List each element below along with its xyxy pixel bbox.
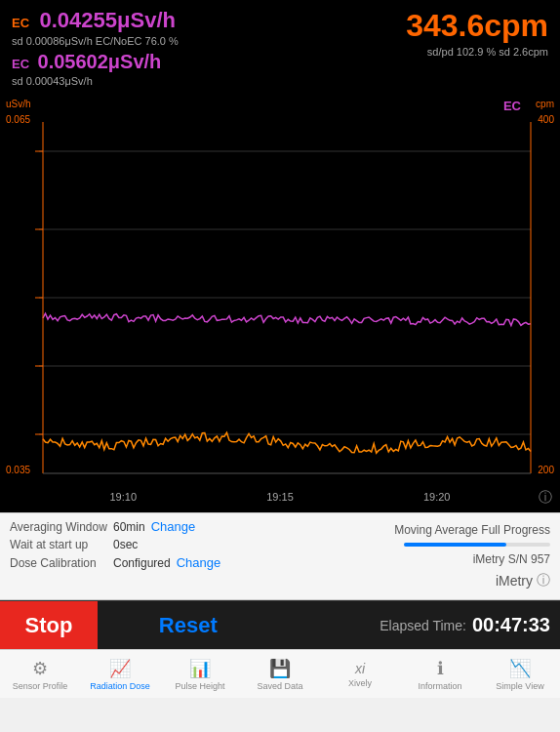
xively-icon: xi — [355, 661, 365, 676]
primary-value: 0.04255μSv/h — [40, 8, 176, 32]
time-label-3: 19:20 — [423, 491, 451, 503]
imetry-name: iMetry — [496, 573, 533, 589]
chart-canvas — [0, 93, 560, 512]
stop-button[interactable]: Stop — [0, 601, 98, 649]
avg-window-label: Averaging Window — [10, 520, 107, 534]
tab-pulse-height[interactable]: 📊 Pulse Height — [160, 650, 240, 698]
ec-label-2: EC — [12, 57, 29, 71]
header: EC 0.04255μSv/h sd 0.00086μSv/h EC/NoEC … — [0, 0, 560, 93]
tab-saved-data[interactable]: 💾 Saved Data — [240, 650, 320, 698]
status-right: Moving Average Full Progress iMetry S/N … — [285, 519, 550, 593]
chart-usvh-label: uSv/h — [6, 99, 31, 109]
secondary-value: 0.05602μSv/h — [38, 51, 162, 72]
tab-bar: ⚙ Sensor Profile 📈 Radiation Dose 📊 Puls… — [0, 649, 560, 698]
info-icon: ℹ — [437, 658, 444, 679]
time-label-2: 19:15 — [266, 491, 294, 503]
chart-area: uSv/h EC cpm 0.065 0.035 400 200 19:10 1… — [0, 93, 560, 512]
chart-cpm-label: cpm — [536, 99, 554, 109]
dose-cal-value: Configured — [113, 556, 171, 570]
simple-chart-icon: 📉 — [509, 658, 531, 679]
header-secondary-row: EC 0.05602μSv/h — [12, 51, 179, 73]
wait-value: 0sec — [113, 538, 138, 551]
wait-label: Wait at start up — [10, 538, 107, 551]
stop-label: Stop — [25, 613, 73, 638]
dose-cal-change-btn[interactable]: Change — [177, 555, 221, 570]
action-bar: Stop Reset Elapsed Time: 00:47:33 — [0, 600, 560, 649]
tab-radiation-label: Radiation Dose — [90, 681, 150, 691]
elapsed-container: Elapsed Time: 00:47:33 — [279, 614, 560, 636]
header-left: EC 0.04255μSv/h sd 0.00086μSv/h EC/NoEC … — [12, 8, 179, 87]
secondary-sub: sd 0.00043μSv/h — [12, 75, 179, 87]
chart-line-icon: 📈 — [109, 658, 131, 679]
info-icon-chart[interactable]: ⓘ — [539, 489, 552, 507]
header-primary-row: EC 0.04255μSv/h — [12, 8, 179, 33]
chart-y-top-left: 0.065 — [6, 114, 30, 125]
time-label-1: 19:10 — [110, 491, 138, 503]
status-row-3: Dose Calibration Configured Change — [10, 555, 275, 570]
tab-xively-label: Xively — [348, 678, 372, 688]
cpm-sub: sd/pd 102.9 % sd 2.6cpm — [406, 46, 548, 58]
avg-window-change-btn[interactable]: Change — [151, 519, 196, 534]
tab-info-label: Information — [418, 681, 461, 691]
info-icon-status[interactable]: ⓘ — [537, 572, 550, 590]
ec-label-top: EC — [12, 16, 29, 30]
tab-xively[interactable]: xi Xively — [320, 650, 400, 698]
header-right: 343.6cpm sd/pd 102.9 % sd 2.6cpm — [406, 8, 548, 58]
cpm-value: 343.6cpm — [406, 8, 548, 44]
chart-y-bot-left: 0.035 — [6, 465, 30, 475]
status-left: Averaging Window 60min Change Wait at st… — [10, 519, 275, 593]
status-row-2: Wait at start up 0sec — [10, 538, 275, 551]
chart-y-top-right: 400 — [538, 114, 554, 125]
tab-pulse-label: Pulse Height — [175, 681, 224, 691]
gear-icon: ⚙ — [32, 658, 48, 679]
avg-window-value: 60min — [113, 520, 145, 534]
dose-cal-label: Dose Calibration — [10, 556, 107, 570]
elapsed-time: 00:47:33 — [472, 614, 550, 636]
chart-ec-label: EC — [503, 99, 521, 113]
tab-sensor-profile[interactable]: ⚙ Sensor Profile — [0, 650, 80, 698]
primary-sub: sd 0.00086μSv/h EC/NoEC 76.0 % — [12, 35, 179, 47]
imetry-sn: iMetry S/N 957 — [473, 552, 550, 566]
progress-bar-container — [404, 543, 550, 547]
tab-radiation-dose[interactable]: 📈 Radiation Dose — [80, 650, 160, 698]
tab-saved-label: Saved Data — [257, 681, 302, 691]
reset-button[interactable]: Reset — [98, 601, 279, 649]
bar-chart-icon: 📊 — [189, 658, 211, 679]
progress-bar-fill — [404, 543, 506, 547]
save-icon: 💾 — [269, 658, 291, 679]
status-row-1: Averaging Window 60min Change — [10, 519, 275, 534]
progress-label: Moving Average Full Progress — [394, 523, 550, 537]
chart-y-bot-right: 200 — [538, 465, 554, 475]
tab-sensor-label: Sensor Profile — [13, 681, 68, 691]
reset-label: Reset — [159, 613, 218, 638]
tab-simple-view[interactable]: 📉 Simple View — [480, 650, 560, 698]
tab-information[interactable]: ℹ Information — [400, 650, 480, 698]
elapsed-label: Elapsed Time: — [380, 618, 466, 633]
status-bar: Averaging Window 60min Change Wait at st… — [0, 512, 560, 600]
tab-simple-label: Simple View — [496, 681, 543, 691]
